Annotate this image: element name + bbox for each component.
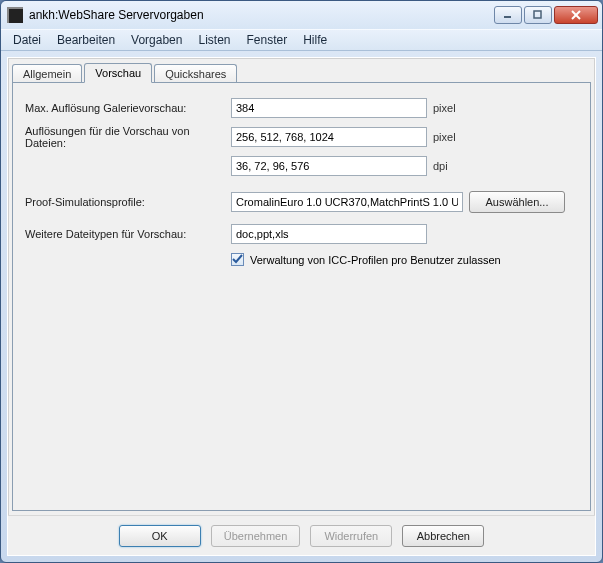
tabs: Allgemein Vorschau Quickshares xyxy=(8,58,595,82)
unit-max-res: pixel xyxy=(433,102,469,114)
button-revert[interactable]: Widerrufen xyxy=(310,525,392,547)
window-controls xyxy=(494,6,598,24)
minimize-icon xyxy=(503,10,513,20)
tab-quickshares[interactable]: Quickshares xyxy=(154,64,237,83)
row-max-res: Max. Auflösung Galerievorschau: pixel xyxy=(25,97,578,119)
input-other-types[interactable] xyxy=(231,224,427,244)
minimize-button[interactable] xyxy=(494,6,522,24)
tab-allgemein[interactable]: Allgemein xyxy=(12,64,82,83)
menu-hilfe[interactable]: Hilfe xyxy=(295,31,335,49)
row-file-res-dpi: dpi xyxy=(25,155,578,177)
row-icc-checkbox: Verwaltung von ICC-Profilen pro Benutzer… xyxy=(231,253,578,266)
maximize-button[interactable] xyxy=(524,6,552,24)
label-proof: Proof-Simulationsprofile: xyxy=(25,196,231,208)
close-icon xyxy=(570,10,582,20)
row-file-res-px: Auflösungen für die Vorschau von Dateien… xyxy=(25,125,578,149)
input-proof[interactable] xyxy=(231,192,463,212)
check-icon xyxy=(232,254,243,265)
client-area: Allgemein Vorschau Quickshares Max. Aufl… xyxy=(7,57,596,556)
label-max-res: Max. Auflösung Galerievorschau: xyxy=(25,102,231,114)
menu-datei[interactable]: Datei xyxy=(5,31,49,49)
menu-fenster[interactable]: Fenster xyxy=(238,31,295,49)
app-icon xyxy=(7,7,23,23)
tab-body-vorschau: Max. Auflösung Galerievorschau: pixel Au… xyxy=(12,82,591,511)
label-icc: Verwaltung von ICC-Profilen pro Benutzer… xyxy=(250,254,501,266)
button-cancel[interactable]: Abbrechen xyxy=(402,525,484,547)
button-ok[interactable]: OK xyxy=(119,525,201,547)
row-other-types: Weitere Dateitypen für Vorschau: xyxy=(25,223,578,245)
svg-rect-1 xyxy=(534,11,541,18)
row-proof: Proof-Simulationsprofile: Auswählen... xyxy=(25,191,578,213)
menu-bearbeiten[interactable]: Bearbeiten xyxy=(49,31,123,49)
input-file-res-dpi[interactable] xyxy=(231,156,427,176)
maximize-icon xyxy=(533,10,543,20)
close-button[interactable] xyxy=(554,6,598,24)
checkbox-icc[interactable] xyxy=(231,253,244,266)
label-file-res: Auflösungen für die Vorschau von Dateien… xyxy=(25,125,231,149)
dialog-footer: OK Übernehmen Widerrufen Abbrechen xyxy=(8,515,595,555)
button-apply[interactable]: Übernehmen xyxy=(211,525,301,547)
menu-listen[interactable]: Listen xyxy=(190,31,238,49)
titlebar[interactable]: ankh:WebShare Servervorgaben xyxy=(1,1,602,29)
window-title: ankh:WebShare Servervorgaben xyxy=(29,8,494,22)
button-proof-select[interactable]: Auswählen... xyxy=(469,191,565,213)
menubar: Datei Bearbeiten Vorgaben Listen Fenster… xyxy=(1,29,602,51)
unit-file-res-dpi: dpi xyxy=(433,160,469,172)
tab-vorschau[interactable]: Vorschau xyxy=(84,63,152,83)
menu-vorgaben[interactable]: Vorgaben xyxy=(123,31,190,49)
label-other-types: Weitere Dateitypen für Vorschau: xyxy=(25,228,231,240)
input-file-res-px[interactable] xyxy=(231,127,427,147)
unit-file-res-px: pixel xyxy=(433,131,469,143)
app-window: ankh:WebShare Servervorgaben Datei Bearb… xyxy=(0,0,603,563)
input-max-res[interactable] xyxy=(231,98,427,118)
